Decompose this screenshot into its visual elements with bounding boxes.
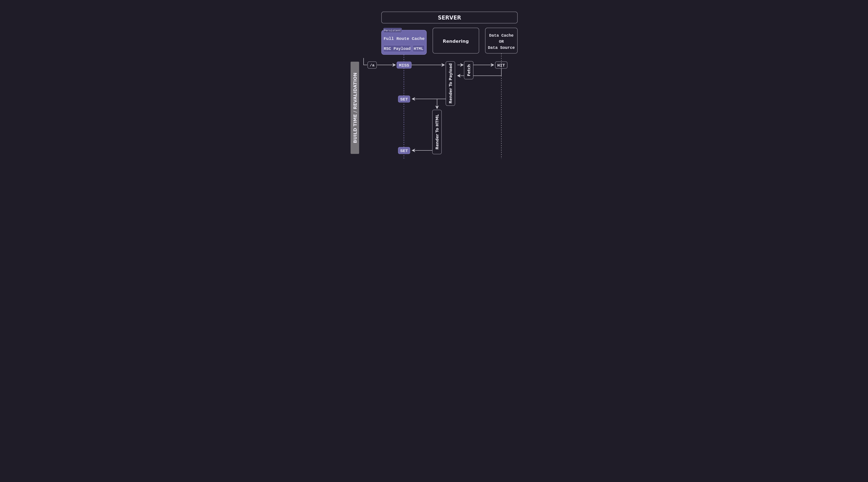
full-route-cache-box: Persistent Full Route Cache RSC Payload … (381, 28, 427, 55)
time-bar-label: BUILD TIME / REVALIDATION (352, 73, 358, 143)
full-route-cache-title: Full Route Cache (383, 36, 425, 41)
html-label: HTML (413, 47, 423, 51)
arrow-hit-back-to-fetch (473, 68, 501, 76)
cache-diagram: SERVER Persistent Full Route Cache RSC P… (285, 0, 583, 165)
data-cache-line3: Data Source (488, 46, 515, 50)
miss-label: MISS (399, 63, 409, 68)
rsc-payload-label: RSC Payload (383, 47, 410, 51)
time-elbow (364, 58, 367, 65)
render-to-html-label: Render To HTML (435, 114, 439, 150)
set1-label: SET (400, 97, 408, 102)
set2-label: SET (400, 149, 408, 153)
route-chip-label: /a (370, 63, 374, 67)
server-header-label: SERVER (438, 14, 461, 21)
rendering-label: Rendering (443, 39, 469, 44)
render-to-payload-label: Render To Payload (448, 63, 453, 103)
fetch-label: Fetch (467, 64, 471, 76)
data-cache-line1: Data Cache (489, 33, 513, 38)
persistent-tag: Persistent (384, 29, 401, 32)
hit-label: HIT (497, 63, 505, 68)
data-cache-line2: OR (499, 39, 504, 44)
